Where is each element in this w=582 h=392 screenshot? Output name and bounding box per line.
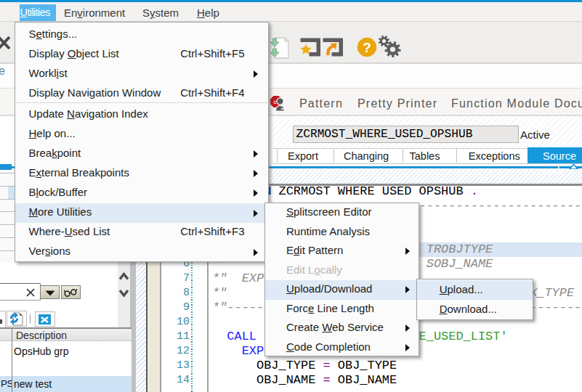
- svg-text:?: ?: [363, 40, 371, 55]
